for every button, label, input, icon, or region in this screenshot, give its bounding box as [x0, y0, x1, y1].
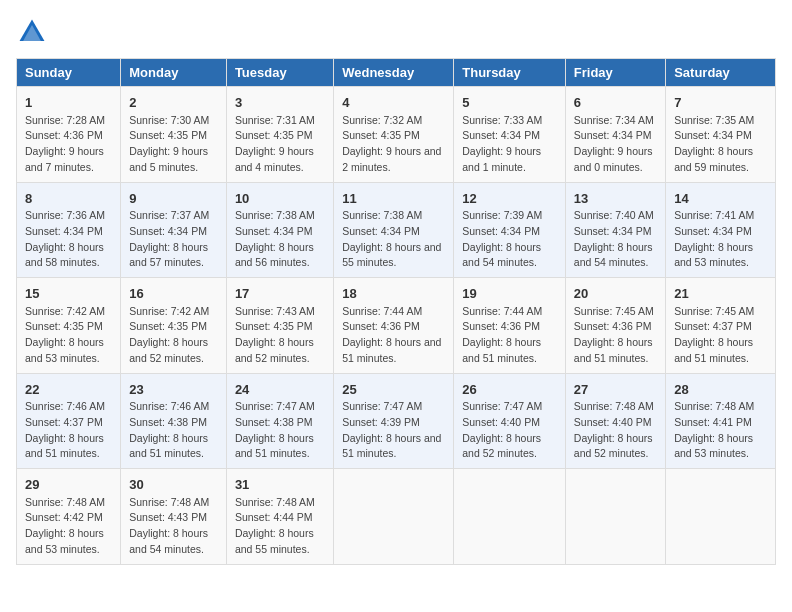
calendar-cell: 17Sunrise: 7:43 AMSunset: 4:35 PMDayligh… — [226, 278, 333, 374]
day-info: Sunrise: 7:45 AMSunset: 4:37 PMDaylight:… — [674, 304, 767, 367]
calendar-cell: 8Sunrise: 7:36 AMSunset: 4:34 PMDaylight… — [17, 182, 121, 278]
calendar-week-row: 15Sunrise: 7:42 AMSunset: 4:35 PMDayligh… — [17, 278, 776, 374]
day-info: Sunrise: 7:37 AMSunset: 4:34 PMDaylight:… — [129, 208, 218, 271]
calendar-cell: 1Sunrise: 7:28 AMSunset: 4:36 PMDaylight… — [17, 87, 121, 183]
calendar-cell: 20Sunrise: 7:45 AMSunset: 4:36 PMDayligh… — [565, 278, 665, 374]
day-number: 23 — [129, 380, 218, 400]
calendar-cell: 3Sunrise: 7:31 AMSunset: 4:35 PMDaylight… — [226, 87, 333, 183]
calendar-cell: 26Sunrise: 7:47 AMSunset: 4:40 PMDayligh… — [454, 373, 566, 469]
day-info: Sunrise: 7:38 AMSunset: 4:34 PMDaylight:… — [342, 208, 445, 271]
calendar-table: SundayMondayTuesdayWednesdayThursdayFrid… — [16, 58, 776, 565]
day-info: Sunrise: 7:31 AMSunset: 4:35 PMDaylight:… — [235, 113, 325, 176]
calendar-cell: 29Sunrise: 7:48 AMSunset: 4:42 PMDayligh… — [17, 469, 121, 565]
logo-icon — [16, 16, 48, 48]
day-info: Sunrise: 7:48 AMSunset: 4:41 PMDaylight:… — [674, 399, 767, 462]
day-number: 6 — [574, 93, 657, 113]
column-header-monday: Monday — [121, 59, 227, 87]
calendar-cell: 22Sunrise: 7:46 AMSunset: 4:37 PMDayligh… — [17, 373, 121, 469]
calendar-cell: 13Sunrise: 7:40 AMSunset: 4:34 PMDayligh… — [565, 182, 665, 278]
calendar-cell: 30Sunrise: 7:48 AMSunset: 4:43 PMDayligh… — [121, 469, 227, 565]
day-info: Sunrise: 7:35 AMSunset: 4:34 PMDaylight:… — [674, 113, 767, 176]
day-number: 28 — [674, 380, 767, 400]
calendar-cell — [666, 469, 776, 565]
day-number: 22 — [25, 380, 112, 400]
day-number: 7 — [674, 93, 767, 113]
day-number: 16 — [129, 284, 218, 304]
calendar-cell: 24Sunrise: 7:47 AMSunset: 4:38 PMDayligh… — [226, 373, 333, 469]
calendar-week-row: 1Sunrise: 7:28 AMSunset: 4:36 PMDaylight… — [17, 87, 776, 183]
day-info: Sunrise: 7:48 AMSunset: 4:44 PMDaylight:… — [235, 495, 325, 558]
calendar-week-row: 22Sunrise: 7:46 AMSunset: 4:37 PMDayligh… — [17, 373, 776, 469]
day-info: Sunrise: 7:42 AMSunset: 4:35 PMDaylight:… — [25, 304, 112, 367]
day-number: 24 — [235, 380, 325, 400]
day-info: Sunrise: 7:47 AMSunset: 4:39 PMDaylight:… — [342, 399, 445, 462]
calendar-cell: 18Sunrise: 7:44 AMSunset: 4:36 PMDayligh… — [334, 278, 454, 374]
day-number: 13 — [574, 189, 657, 209]
day-info: Sunrise: 7:28 AMSunset: 4:36 PMDaylight:… — [25, 113, 112, 176]
column-header-thursday: Thursday — [454, 59, 566, 87]
column-header-tuesday: Tuesday — [226, 59, 333, 87]
day-info: Sunrise: 7:39 AMSunset: 4:34 PMDaylight:… — [462, 208, 557, 271]
calendar-cell: 14Sunrise: 7:41 AMSunset: 4:34 PMDayligh… — [666, 182, 776, 278]
calendar-cell: 2Sunrise: 7:30 AMSunset: 4:35 PMDaylight… — [121, 87, 227, 183]
day-number: 5 — [462, 93, 557, 113]
day-number: 1 — [25, 93, 112, 113]
day-info: Sunrise: 7:46 AMSunset: 4:38 PMDaylight:… — [129, 399, 218, 462]
day-number: 8 — [25, 189, 112, 209]
day-number: 10 — [235, 189, 325, 209]
logo — [16, 16, 52, 48]
calendar-cell — [565, 469, 665, 565]
calendar-cell — [454, 469, 566, 565]
day-number: 29 — [25, 475, 112, 495]
day-info: Sunrise: 7:45 AMSunset: 4:36 PMDaylight:… — [574, 304, 657, 367]
day-info: Sunrise: 7:44 AMSunset: 4:36 PMDaylight:… — [342, 304, 445, 367]
column-header-saturday: Saturday — [666, 59, 776, 87]
calendar-cell: 11Sunrise: 7:38 AMSunset: 4:34 PMDayligh… — [334, 182, 454, 278]
day-number: 11 — [342, 189, 445, 209]
day-number: 14 — [674, 189, 767, 209]
calendar-cell: 7Sunrise: 7:35 AMSunset: 4:34 PMDaylight… — [666, 87, 776, 183]
day-info: Sunrise: 7:48 AMSunset: 4:42 PMDaylight:… — [25, 495, 112, 558]
day-number: 18 — [342, 284, 445, 304]
day-info: Sunrise: 7:32 AMSunset: 4:35 PMDaylight:… — [342, 113, 445, 176]
calendar-cell: 23Sunrise: 7:46 AMSunset: 4:38 PMDayligh… — [121, 373, 227, 469]
calendar-cell: 19Sunrise: 7:44 AMSunset: 4:36 PMDayligh… — [454, 278, 566, 374]
calendar-cell: 25Sunrise: 7:47 AMSunset: 4:39 PMDayligh… — [334, 373, 454, 469]
calendar-cell — [334, 469, 454, 565]
day-info: Sunrise: 7:48 AMSunset: 4:43 PMDaylight:… — [129, 495, 218, 558]
day-info: Sunrise: 7:30 AMSunset: 4:35 PMDaylight:… — [129, 113, 218, 176]
day-number: 25 — [342, 380, 445, 400]
calendar-cell: 12Sunrise: 7:39 AMSunset: 4:34 PMDayligh… — [454, 182, 566, 278]
day-info: Sunrise: 7:46 AMSunset: 4:37 PMDaylight:… — [25, 399, 112, 462]
day-info: Sunrise: 7:47 AMSunset: 4:38 PMDaylight:… — [235, 399, 325, 462]
day-info: Sunrise: 7:33 AMSunset: 4:34 PMDaylight:… — [462, 113, 557, 176]
day-number: 2 — [129, 93, 218, 113]
day-number: 9 — [129, 189, 218, 209]
calendar-cell: 15Sunrise: 7:42 AMSunset: 4:35 PMDayligh… — [17, 278, 121, 374]
day-number: 27 — [574, 380, 657, 400]
calendar-cell: 27Sunrise: 7:48 AMSunset: 4:40 PMDayligh… — [565, 373, 665, 469]
calendar-cell: 4Sunrise: 7:32 AMSunset: 4:35 PMDaylight… — [334, 87, 454, 183]
calendar-cell: 31Sunrise: 7:48 AMSunset: 4:44 PMDayligh… — [226, 469, 333, 565]
day-info: Sunrise: 7:41 AMSunset: 4:34 PMDaylight:… — [674, 208, 767, 271]
day-number: 3 — [235, 93, 325, 113]
day-info: Sunrise: 7:36 AMSunset: 4:34 PMDaylight:… — [25, 208, 112, 271]
day-number: 30 — [129, 475, 218, 495]
calendar-cell: 5Sunrise: 7:33 AMSunset: 4:34 PMDaylight… — [454, 87, 566, 183]
day-number: 4 — [342, 93, 445, 113]
column-header-sunday: Sunday — [17, 59, 121, 87]
calendar-cell: 28Sunrise: 7:48 AMSunset: 4:41 PMDayligh… — [666, 373, 776, 469]
day-info: Sunrise: 7:40 AMSunset: 4:34 PMDaylight:… — [574, 208, 657, 271]
day-info: Sunrise: 7:48 AMSunset: 4:40 PMDaylight:… — [574, 399, 657, 462]
calendar-cell: 6Sunrise: 7:34 AMSunset: 4:34 PMDaylight… — [565, 87, 665, 183]
day-info: Sunrise: 7:38 AMSunset: 4:34 PMDaylight:… — [235, 208, 325, 271]
day-number: 21 — [674, 284, 767, 304]
calendar-week-row: 29Sunrise: 7:48 AMSunset: 4:42 PMDayligh… — [17, 469, 776, 565]
column-header-friday: Friday — [565, 59, 665, 87]
calendar-cell: 10Sunrise: 7:38 AMSunset: 4:34 PMDayligh… — [226, 182, 333, 278]
calendar-week-row: 8Sunrise: 7:36 AMSunset: 4:34 PMDaylight… — [17, 182, 776, 278]
calendar-cell: 9Sunrise: 7:37 AMSunset: 4:34 PMDaylight… — [121, 182, 227, 278]
day-info: Sunrise: 7:44 AMSunset: 4:36 PMDaylight:… — [462, 304, 557, 367]
day-number: 12 — [462, 189, 557, 209]
page-header — [16, 16, 776, 48]
